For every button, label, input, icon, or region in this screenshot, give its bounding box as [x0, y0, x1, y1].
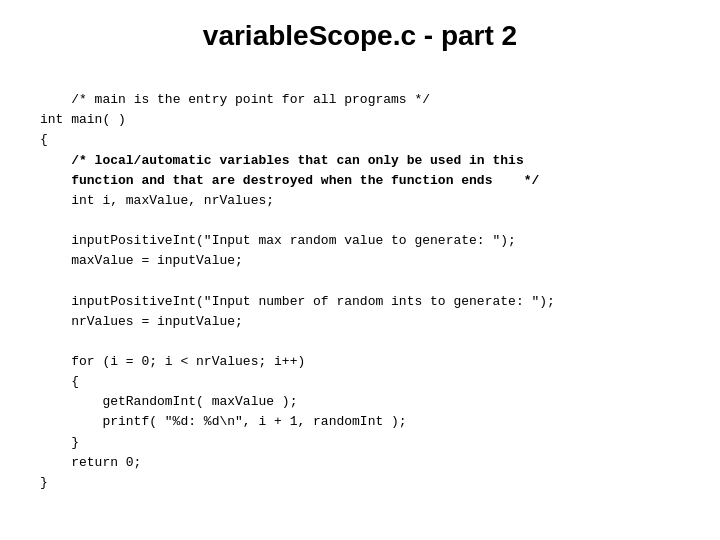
code-line-4: /* local/automatic variables that can on… [40, 153, 524, 168]
code-line-9: maxValue = inputValue; [40, 253, 243, 268]
code-line-19: return 0; [40, 455, 141, 470]
code-line-1: /* main is the entry point for all progr… [71, 92, 430, 107]
code-line-3: { [40, 132, 48, 147]
code-line-14: for (i = 0; i < nrValues; i++) [40, 354, 305, 369]
code-block: /* main is the entry point for all progr… [40, 70, 680, 513]
page-title: variableScope.c - part 2 [40, 20, 680, 52]
code-line-20: } [40, 475, 48, 490]
code-line-11: inputPositiveInt("Input number of random… [40, 294, 555, 309]
code-line-18: } [40, 435, 79, 450]
page-container: variableScope.c - part 2 /* main is the … [0, 0, 720, 540]
code-line-17: printf( "%d: %d\n", i + 1, randomInt ); [40, 414, 407, 429]
code-line-15: { [40, 374, 79, 389]
code-line-12: nrValues = inputValue; [40, 314, 243, 329]
code-line-8: inputPositiveInt("Input max random value… [40, 233, 516, 248]
code-line-6: int i, maxValue, nrValues; [40, 193, 274, 208]
code-line-2: int main( ) [40, 112, 126, 127]
code-line-16: getRandomInt( maxValue ); [40, 394, 297, 409]
code-line-5: function and that are destroyed when the… [40, 173, 539, 188]
